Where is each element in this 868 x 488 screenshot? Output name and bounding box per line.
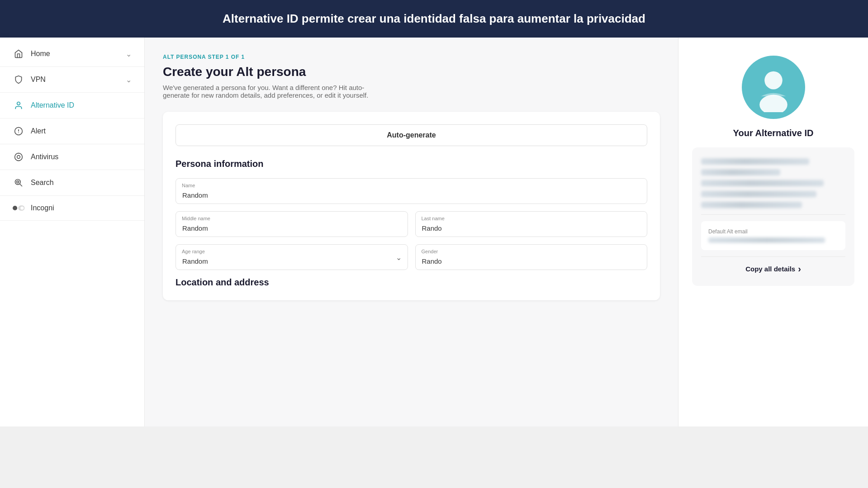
location-section-title: Location and address	[175, 277, 647, 288]
antivirus-icon	[13, 152, 24, 161]
age-range-field: Age range Random 18-24 25-34 35-44 45-54…	[175, 244, 408, 270]
persona-section-title: Persona information	[175, 159, 647, 169]
name-row: Name	[175, 178, 647, 204]
vpn-icon	[13, 75, 24, 84]
page-description: We've generated a persona for you. Want …	[163, 84, 389, 99]
sidebar-item-alert[interactable]: Alert	[0, 118, 144, 144]
svg-rect-6	[13, 206, 17, 210]
sidebar-item-home[interactable]: Home ⌄	[0, 41, 144, 67]
sidebar-item-vpn[interactable]: VPN ⌄	[0, 67, 144, 93]
divider	[701, 214, 845, 215]
default-email-label: Default Alt email	[708, 228, 838, 235]
sidebar-item-incogni[interactable]: Incogni	[0, 196, 144, 221]
blurred-info-3	[701, 180, 824, 186]
name-field: Name	[175, 178, 647, 204]
age-range-select[interactable]: Random 18-24 25-34 35-44 45-54 55+	[175, 244, 408, 270]
svg-point-10	[764, 71, 783, 90]
svg-line-4	[20, 184, 22, 186]
svg-point-8	[20, 206, 24, 209]
last-name-field: Last name	[415, 211, 648, 237]
auto-generate-button[interactable]: Auto-generate	[175, 124, 647, 146]
search-icon	[13, 178, 24, 187]
sidebar-label-incogni: Incogni	[31, 204, 54, 212]
copy-chevron: ›	[798, 264, 801, 273]
sidebar: Home ⌄ VPN ⌄ Alternative ID	[0, 38, 145, 426]
alt-id-title: Your Alternative ID	[733, 128, 814, 138]
blurred-info-5	[701, 202, 802, 208]
age-gender-row: Age range Random 18-24 25-34 35-44 45-54…	[175, 244, 647, 270]
chevron-down-icon-vpn: ⌄	[126, 76, 132, 84]
blurred-email	[708, 237, 825, 243]
sidebar-label-home: Home	[31, 50, 50, 58]
gender-field: Gender	[415, 244, 648, 270]
middle-name-field: Middle name	[175, 211, 408, 237]
home-icon	[13, 49, 24, 58]
sidebar-label-vpn: VPN	[31, 76, 46, 84]
default-email-box: Default Alt email	[701, 221, 845, 250]
sidebar-label-alert: Alert	[31, 127, 46, 135]
svg-point-0	[17, 102, 20, 105]
last-name-input[interactable]	[415, 211, 648, 237]
svg-point-2	[17, 156, 20, 159]
right-panel: Your Alternative ID Default Alt email Co…	[678, 38, 868, 426]
sidebar-label-antivirus: Antivirus	[31, 153, 58, 161]
gender-input[interactable]	[415, 244, 648, 270]
step-label: ALT PERSONA STEP 1 OF 1	[163, 54, 660, 60]
middle-name-input[interactable]	[175, 211, 408, 237]
banner-text: Alternative ID permite crear una identid…	[223, 12, 645, 25]
banner: Alternative ID permite crear una identid…	[0, 0, 868, 38]
person-icon	[13, 101, 24, 110]
content-area: ALT PERSONA STEP 1 OF 1 Create your Alt …	[145, 38, 678, 426]
sidebar-label-alternative-id: Alternative ID	[31, 101, 74, 109]
sidebar-item-alternative-id[interactable]: Alternative ID	[0, 93, 144, 118]
copy-all-button[interactable]: Copy all details ›	[701, 257, 845, 275]
sidebar-label-search: Search	[31, 179, 54, 187]
chevron-down-icon: ⌄	[126, 50, 132, 58]
name-input[interactable]	[175, 178, 647, 204]
copy-all-label: Copy all details	[745, 265, 795, 273]
blurred-info-4	[701, 191, 816, 197]
svg-point-5	[17, 181, 19, 183]
sidebar-item-antivirus[interactable]: Antivirus	[0, 144, 144, 170]
id-card: Default Alt email Copy all details ›	[692, 147, 854, 286]
page-title: Create your Alt persona	[163, 65, 660, 79]
incogni-icon	[13, 204, 24, 212]
blurred-info-2	[701, 169, 780, 175]
middle-last-name-row: Middle name Last name	[175, 211, 647, 237]
alert-icon	[13, 127, 24, 136]
persona-form-card: Auto-generate Persona information Name M…	[163, 112, 660, 300]
blurred-info-1	[701, 158, 809, 165]
avatar	[742, 56, 805, 119]
sidebar-item-search[interactable]: Search	[0, 170, 144, 196]
